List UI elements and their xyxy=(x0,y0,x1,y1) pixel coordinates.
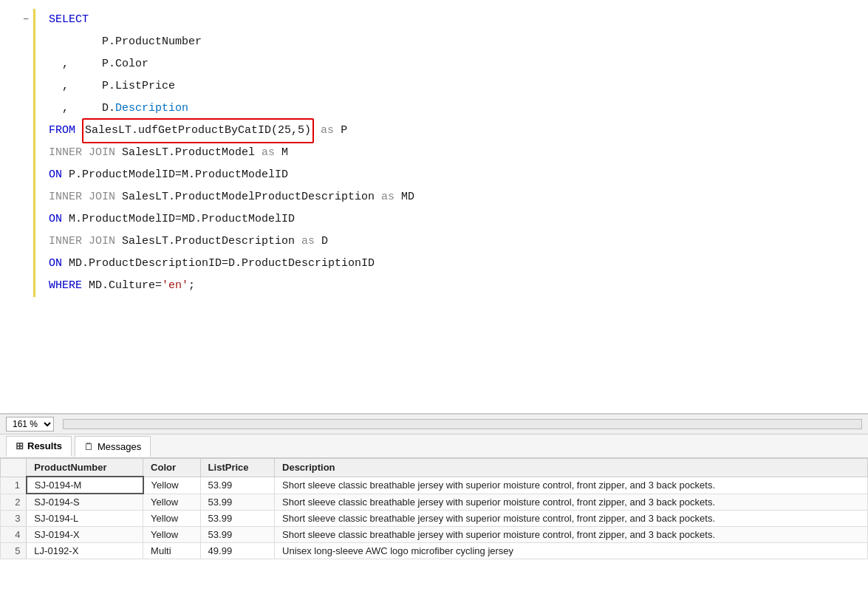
cell-color-2: Yellow xyxy=(143,494,201,511)
cell-description-1: Short sleeve classic breathable jersey w… xyxy=(275,477,868,494)
as-keyword-1: as xyxy=(321,120,334,142)
col-header-listprice: ListPrice xyxy=(200,459,274,477)
string-literal-en: 'en' xyxy=(162,275,188,297)
cell-productnumber-5: LJ-0192-X xyxy=(27,543,143,559)
cell-color-1: Yellow xyxy=(143,477,201,494)
cell-productnumber-3: SJ-0194-L xyxy=(27,511,143,527)
udf-call: SalesLT.udfGetProductByCatID(25,5) xyxy=(85,124,311,137)
cell-listprice-5: 49.99 xyxy=(200,543,274,559)
code-line-5: , D.Description xyxy=(49,98,859,120)
col-listprice: , P.ListPrice xyxy=(49,75,175,98)
as-p xyxy=(314,120,321,142)
col-header-productnumber: ProductNumber xyxy=(27,459,143,477)
join-condition-2: M.ProductModelID=MD.ProductModelID xyxy=(69,208,295,231)
table-row: 4SJ-0194-XYellow53.99Short sleeve classi… xyxy=(1,527,868,543)
table-header-row: ProductNumber Color ListPrice Descriptio… xyxy=(1,459,868,477)
col-product-number: P.ProductNumber xyxy=(49,31,202,53)
cell-listprice-2: 53.99 xyxy=(200,494,274,511)
cell-description-3: Short sleeve classic breathable jersey w… xyxy=(275,511,868,527)
zoom-dropdown[interactable]: 161 % xyxy=(6,417,54,431)
alias-md: MD xyxy=(394,186,414,208)
code-line-4: , P.ListPrice xyxy=(49,75,859,98)
code-line-11: INNER JOIN SalesLT.ProductDescription as… xyxy=(49,231,859,253)
join-condition-1: P.ProductModelID=M.ProductModelID xyxy=(69,164,288,186)
cell-listprice-3: 53.99 xyxy=(200,511,274,527)
code-block[interactable]: SELECT P.ProductNumber , P.Color , P.Lis… xyxy=(35,9,868,297)
cell-description-5: Unisex long-sleeve AWC logo microfiber c… xyxy=(275,543,868,559)
alias-m: M xyxy=(275,142,288,164)
as-keyword-2: as xyxy=(262,142,275,164)
row-number-3: 3 xyxy=(1,511,27,527)
cell-listprice-1: 53.99 xyxy=(200,477,274,494)
alias-d: D xyxy=(315,231,328,253)
horizontal-scrollbar[interactable] xyxy=(63,419,862,429)
tab-results[interactable]: ⊞ Results xyxy=(6,436,72,457)
as-keyword-4: as xyxy=(301,231,315,253)
inner-join-3: INNER JOIN xyxy=(49,231,122,253)
cell-color-5: Multi xyxy=(143,543,201,559)
keyword-select: SELECT xyxy=(49,9,89,31)
keyword-on-3: ON xyxy=(49,253,69,275)
table-row: 2SJ-0194-SYellow53.99Short sleeve classi… xyxy=(1,494,868,511)
keyword-from: FROM xyxy=(49,120,75,142)
cell-description-2: Short sleeve classic breathable jersey w… xyxy=(275,494,868,511)
editor-area: − SELECT P.ProductNumber xyxy=(0,0,868,414)
cell-productnumber-2: SJ-0194-S xyxy=(27,494,143,511)
code-line-3: , P.Color xyxy=(49,53,859,75)
code-line-2: P.ProductNumber xyxy=(49,31,859,53)
code-line-6: FROM SalesLT.udfGetProductByCatID(25,5) … xyxy=(49,120,859,142)
gutter: − xyxy=(0,9,35,297)
code-line-10: ON M.ProductModelID=MD.ProductModelID xyxy=(49,208,859,231)
cell-productnumber-1: SJ-0194-M xyxy=(27,477,143,494)
results-area: ProductNumber Color ListPrice Descriptio… xyxy=(0,458,868,559)
cell-productnumber-4: SJ-0194-X xyxy=(27,527,143,543)
keyword-on-1: ON xyxy=(49,164,69,186)
messages-icon: 🗒 xyxy=(84,441,94,452)
cell-description-4: Short sleeve classic breathable jersey w… xyxy=(275,527,868,543)
keyword-where: WHERE xyxy=(49,275,89,297)
code-line-1: SELECT xyxy=(49,9,859,31)
table-row: 1SJ-0194-MYellow53.99Short sleeve classi… xyxy=(1,477,868,494)
table-pmpd: SalesLT.ProductModelProductDescription xyxy=(122,186,381,208)
collapse-icon[interactable]: − xyxy=(23,9,29,31)
tab-messages[interactable]: 🗒 Messages xyxy=(75,436,151,457)
code-line-12: ON MD.ProductDescriptionID=D.ProductDesc… xyxy=(49,253,859,275)
inner-join-2: INNER JOIN xyxy=(49,186,122,208)
col-description: Description xyxy=(115,98,188,120)
row-number-1: 1 xyxy=(1,477,27,494)
zoom-bar: 161 % xyxy=(0,414,868,434)
col-color: , P.Color xyxy=(49,53,148,75)
as-keyword-3: as xyxy=(381,186,394,208)
table-pd: SalesLT.ProductDescription xyxy=(122,231,301,253)
from-space xyxy=(75,120,82,142)
keyword-on-2: ON xyxy=(49,208,69,231)
col-header-rownum xyxy=(1,459,27,477)
alias-p: P xyxy=(334,120,347,142)
cell-color-3: Yellow xyxy=(143,511,201,527)
table-row: 5LJ-0192-XMulti49.99Unisex long-sleeve A… xyxy=(1,543,868,559)
table-row: 3SJ-0194-LYellow53.99Short sleeve classi… xyxy=(1,511,868,527)
semicolon: ; xyxy=(188,275,195,297)
where-condition: MD.Culture= xyxy=(89,275,162,297)
inner-join-1: INNER JOIN xyxy=(49,142,122,164)
cell-listprice-4: 53.99 xyxy=(200,527,274,543)
row-number-5: 5 xyxy=(1,543,27,559)
tabs-bar: ⊞ Results 🗒 Messages xyxy=(0,434,868,458)
code-line-9: INNER JOIN SalesLT.ProductModelProductDe… xyxy=(49,186,859,208)
col-header-color: Color xyxy=(143,459,201,477)
table-productmodel: SalesLT.ProductModel xyxy=(122,142,262,164)
col-desc-comma: , D. xyxy=(49,98,115,120)
udf-call-highlight: SalesLT.udfGetProductByCatID(25,5) xyxy=(82,118,314,143)
col-header-description: Description xyxy=(275,459,868,477)
cell-color-4: Yellow xyxy=(143,527,201,543)
join-condition-3: MD.ProductDescriptionID=D.ProductDescrip… xyxy=(69,253,375,275)
code-line-8: ON P.ProductModelID=M.ProductModelID xyxy=(49,164,859,186)
tab-results-label: Results xyxy=(27,440,62,451)
tab-messages-label: Messages xyxy=(98,441,141,452)
results-table: ProductNumber Color ListPrice Descriptio… xyxy=(0,458,868,559)
row-number-4: 4 xyxy=(1,527,27,543)
results-grid-icon: ⊞ xyxy=(16,440,24,451)
row-number-2: 2 xyxy=(1,494,27,511)
code-line-7: INNER JOIN SalesLT.ProductModel as M xyxy=(49,142,859,164)
code-line-13: WHERE MD.Culture='en'; xyxy=(49,275,859,297)
